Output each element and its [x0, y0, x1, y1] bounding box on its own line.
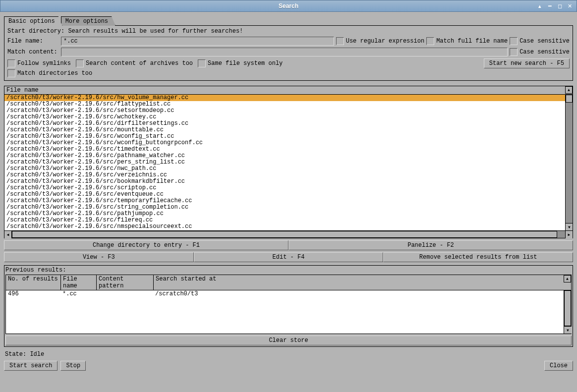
- match-dirs-checkbox[interactable]: [7, 69, 15, 77]
- match-full-checkbox[interactable]: [426, 37, 434, 45]
- case-sensitive2-label: Case sensitive: [519, 49, 570, 56]
- scroll-right-icon[interactable]: ▶: [565, 231, 573, 238]
- start-directory-info: Start directory: Search results will be …: [7, 28, 570, 35]
- options-panel: Start directory: Search results will be …: [4, 25, 573, 81]
- minimize-icon[interactable]: ━: [546, 2, 554, 10]
- search-archives-checkbox[interactable]: [76, 59, 84, 67]
- close-button[interactable]: Close: [544, 361, 573, 371]
- tab-basic-options[interactable]: Basic options: [4, 16, 62, 26]
- match-full-label: Match full file name: [436, 38, 508, 45]
- case-sensitive-checkbox[interactable]: [510, 37, 518, 45]
- prev-header-started[interactable]: Search started at: [153, 275, 564, 290]
- result-row[interactable]: /scratch0/t3/worker-2.19.6/src/nmspecial…: [4, 224, 565, 230]
- scroll-left-icon[interactable]: ◀: [4, 231, 12, 238]
- window-title: Search: [279, 2, 298, 9]
- search-archives-label: Search content of archives too: [86, 60, 193, 67]
- result-row[interactable]: /scratch0/t3/worker-2.19.6/src/temporary…: [4, 198, 565, 204]
- result-row[interactable]: /scratch0/t3/worker-2.19.6/src/wconfig_s…: [4, 133, 565, 140]
- case-sensitive-label: Case sensitive: [519, 38, 570, 45]
- start-search-button[interactable]: Start search: [4, 361, 58, 371]
- results-vertical-scrollbar[interactable]: ▼: [565, 95, 573, 230]
- edit-button[interactable]: Edit - F4: [194, 252, 384, 262]
- panelize-button[interactable]: Panelize - F2: [288, 240, 573, 250]
- scrollbar-thumb[interactable]: [566, 95, 573, 103]
- results-panel: File name ▲ /scratch0/t3/worker-2.19.6/s…: [4, 86, 573, 238]
- result-row[interactable]: /scratch0/t3/worker-2.19.6/src/eventqueu…: [4, 191, 565, 198]
- regex-label: Use regular expression: [346, 38, 424, 45]
- result-row[interactable]: /scratch0/t3/worker-2.19.6/src/nwc_path.…: [4, 166, 565, 172]
- start-new-search-button[interactable]: Start new search - F5: [484, 58, 570, 68]
- scroll-down-icon[interactable]: ▼: [564, 326, 572, 334]
- close-icon[interactable]: ✕: [566, 2, 574, 10]
- match-content-label: Match content:: [7, 49, 59, 56]
- previous-results-title: Previous results:: [5, 267, 572, 274]
- result-row[interactable]: /scratch0/t3/worker-2.19.6/src/pathjumpo…: [4, 211, 565, 217]
- result-row[interactable]: /scratch0/t3/worker-2.19.6/src/setsortmo…: [4, 108, 565, 114]
- stop-button[interactable]: Stop: [60, 361, 86, 371]
- follow-symlinks-label: Follow symlinks: [17, 60, 71, 67]
- scroll-up-icon[interactable]: ▲: [565, 86, 573, 94]
- cd-entry-button[interactable]: Change directory to entry - F1: [4, 240, 288, 250]
- maximize-icon[interactable]: ◻: [556, 2, 564, 10]
- previous-result-row[interactable]: 496*.cc/scratch0/t3: [6, 290, 564, 297]
- same-fs-checkbox[interactable]: [198, 59, 206, 67]
- results-horizontal-scrollbar[interactable]: ◀ ▶: [4, 230, 573, 238]
- result-row[interactable]: /scratch0/t3/worker-2.19.6/src/pathname_…: [4, 153, 565, 159]
- scroll-down-icon[interactable]: ▼: [566, 223, 573, 230]
- result-row[interactable]: /scratch0/t3/worker-2.19.6/src/wconfig_b…: [4, 140, 565, 146]
- prev-header-filename[interactable]: File name: [60, 275, 96, 290]
- clear-store-button[interactable]: Clear store: [5, 336, 572, 345]
- view-button[interactable]: View - F3: [4, 252, 194, 262]
- filename-label: File name:: [7, 38, 59, 45]
- prev-header-pattern[interactable]: Content pattern: [96, 275, 153, 290]
- result-row[interactable]: /scratch0/t3/worker-2.19.6/src/scriptop.…: [4, 185, 565, 191]
- remove-results-button[interactable]: Remove selected results from list: [383, 252, 573, 262]
- results-header-filename[interactable]: File name: [4, 86, 565, 94]
- state-label: State:: [5, 351, 26, 358]
- result-row[interactable]: /scratch0/t3/worker-2.19.6/src/pers_stri…: [4, 159, 565, 166]
- result-row[interactable]: /scratch0/t3/worker-2.19.6/src/string_co…: [4, 204, 565, 211]
- filename-input[interactable]: [61, 37, 334, 46]
- previous-results-list[interactable]: 496*.cc/scratch0/t3: [6, 290, 564, 334]
- tab-more-label: More options: [65, 18, 108, 25]
- result-row[interactable]: /scratch0/t3/worker-2.19.6/src/mounttabl…: [4, 127, 565, 133]
- result-row[interactable]: /scratch0/t3/worker-2.19.6/src/flattypel…: [4, 101, 565, 108]
- result-row[interactable]: /scratch0/t3/worker-2.19.6/src/verzeichn…: [4, 172, 565, 178]
- regex-checkbox[interactable]: [336, 37, 344, 45]
- result-row[interactable]: /scratch0/t3/worker-2.19.6/src/timedtext…: [4, 146, 565, 153]
- rollup-icon[interactable]: ▴: [536, 2, 544, 10]
- scrollbar-thumb[interactable]: [564, 290, 571, 326]
- result-row[interactable]: /scratch0/t3/worker-2.19.6/src/dirfilter…: [4, 120, 565, 127]
- follow-symlinks-checkbox[interactable]: [7, 59, 15, 67]
- previous-results-panel: Previous results: No. of results File na…: [4, 265, 573, 347]
- same-fs-label: Same file system only: [208, 60, 283, 67]
- result-row[interactable]: /scratch0/t3/worker-2.19.6/src/bookmarkd…: [4, 178, 565, 185]
- tab-basic-label: Basic options: [8, 18, 55, 25]
- prev-header-count[interactable]: No. of results: [6, 275, 60, 290]
- result-row[interactable]: /scratch0/t3/worker-2.19.6/src/hw_volume…: [4, 95, 565, 101]
- titlebar: Search ▴ ━ ◻ ✕: [0, 0, 577, 12]
- match-content-input[interactable]: [61, 48, 508, 56]
- state-value: Idle: [30, 351, 44, 358]
- match-dirs-label: Match directories too: [17, 70, 92, 77]
- case-sensitive2-checkbox[interactable]: [510, 48, 518, 56]
- scrollbar-thumb[interactable]: [12, 231, 557, 238]
- prev-vertical-scrollbar[interactable]: ▼: [564, 290, 571, 334]
- results-list[interactable]: /scratch0/t3/worker-2.19.6/src/hw_volume…: [4, 95, 565, 230]
- result-row[interactable]: /scratch0/t3/worker-2.19.6/src/filereq.c…: [4, 217, 565, 224]
- result-row[interactable]: /scratch0/t3/worker-2.19.6/src/wchotkey.…: [4, 114, 565, 120]
- tab-more-options[interactable]: More options: [61, 16, 115, 26]
- scroll-up-icon[interactable]: ▲: [564, 275, 571, 282]
